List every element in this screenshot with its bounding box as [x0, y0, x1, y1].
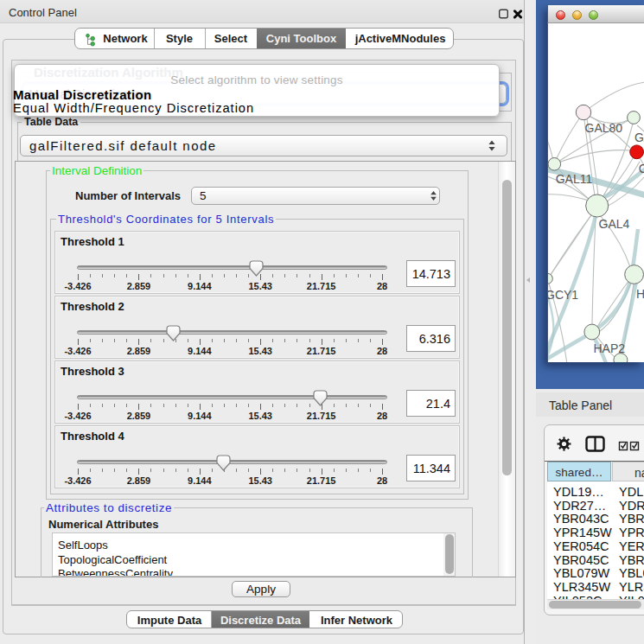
svg-text:GCY1: GCY1	[548, 288, 578, 302]
svg-text:GAL4: GAL4	[599, 217, 630, 231]
svg-text:C: C	[639, 162, 644, 175]
svg-text:GA: GA	[634, 131, 644, 144]
svg-text:GAL11: GAL11	[556, 172, 593, 186]
svg-text:GAL80: GAL80	[585, 121, 623, 135]
svg-text:H: H	[636, 287, 644, 301]
svg-text:HAP2: HAP2	[594, 341, 626, 355]
